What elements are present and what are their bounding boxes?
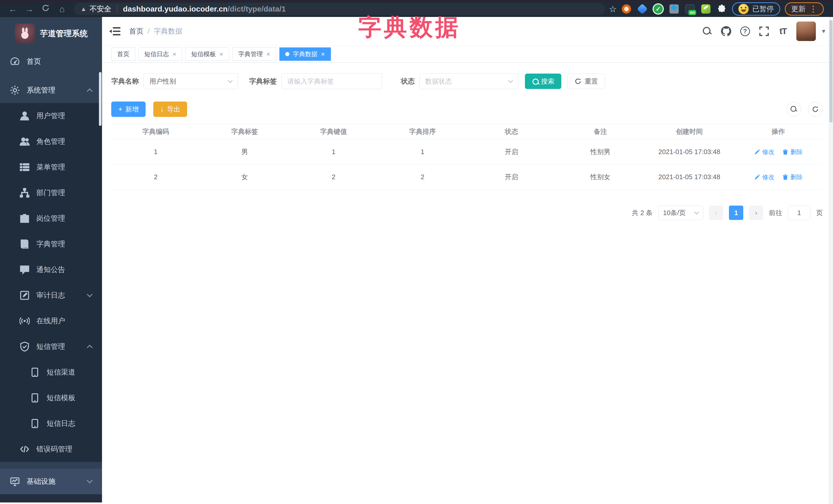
- toggle-search-button[interactable]: [786, 102, 801, 117]
- page-scrollbar[interactable]: [829, 17, 833, 504]
- sidebar-item-dict[interactable]: 字典管理: [0, 231, 102, 257]
- user-avatar[interactable]: [796, 22, 816, 41]
- address-bar[interactable]: ▲ 不安全 dashboard.yudao.iocoder.cn /dict/t…: [74, 3, 605, 15]
- breadcrumb-home[interactable]: 首页: [129, 26, 144, 36]
- prev-page-button[interactable]: ‹: [709, 206, 723, 220]
- browser-menu-icon[interactable]: ⋮: [809, 4, 817, 14]
- extension-blue-gem-icon[interactable]: [638, 4, 647, 14]
- help-icon[interactable]: ?: [739, 26, 751, 37]
- search-icon[interactable]: [701, 26, 713, 37]
- status-select[interactable]: 数据状态: [419, 73, 518, 89]
- dict-name-select[interactable]: 用户性别: [144, 73, 238, 89]
- cell-actions: 修改 删除: [734, 148, 823, 156]
- search-button[interactable]: 搜索: [525, 74, 561, 89]
- bookmark-star-icon[interactable]: ☆: [609, 4, 617, 14]
- browser-home-icon[interactable]: ⌂: [54, 4, 70, 14]
- page-scrollbar-thumb[interactable]: [829, 20, 832, 123]
- extension-switch-icon[interactable]: on: [685, 4, 695, 14]
- sidebar-item-home[interactable]: 首页: [0, 49, 102, 74]
- monitor-chart-icon: [10, 476, 20, 486]
- sidebar: 芋道管理系统 首页 系统管理 用户管: [0, 17, 102, 502]
- code-icon: [20, 444, 30, 454]
- col-header: 操作: [734, 127, 823, 136]
- profile-paused-chip[interactable]: 已暂停: [732, 2, 780, 16]
- extensions-puzzle-icon[interactable]: [717, 4, 727, 14]
- security-warning-label[interactable]: 不安全: [90, 4, 111, 14]
- tag-label: 字典管理: [238, 50, 263, 58]
- extension-orange-ring-icon[interactable]: [622, 4, 631, 14]
- sidebar-item-system[interactable]: 系统管理: [0, 77, 102, 103]
- export-button[interactable]: ↓ 导出: [153, 101, 187, 117]
- tag-dict-data[interactable]: 字典数据 ×: [279, 47, 331, 61]
- org-tree-icon: [20, 188, 30, 198]
- delete-link[interactable]: 删除: [782, 173, 803, 181]
- status-placeholder: 数据状态: [425, 77, 452, 86]
- sidebar-item-label: 错误码管理: [37, 444, 72, 454]
- goto-page-input[interactable]: [788, 206, 810, 220]
- cell-value: 2: [289, 173, 378, 181]
- sidebar-item-audit-log[interactable]: 审计日志: [0, 283, 102, 308]
- fullscreen-icon[interactable]: [758, 26, 770, 37]
- browser-forward-icon[interactable]: →: [21, 4, 38, 14]
- sidebar-item-label: 用户管理: [37, 111, 65, 121]
- sidebar-item-label: 首页: [27, 57, 41, 66]
- tag-sms-template[interactable]: 短信模板 ×: [185, 47, 229, 61]
- add-button[interactable]: + 新增: [111, 101, 146, 117]
- browser-update-chip[interactable]: 更新 ⋮: [785, 2, 824, 16]
- close-icon[interactable]: ×: [321, 51, 325, 57]
- cell-label: 女: [200, 172, 289, 182]
- users-icon: [20, 136, 30, 147]
- cell-value: 1: [289, 148, 378, 156]
- sidebar-item-error-codes[interactable]: 错误码管理: [0, 436, 102, 462]
- cell-status: 开启: [467, 147, 556, 157]
- extension-leaf-icon[interactable]: [701, 4, 711, 14]
- browser-back-icon[interactable]: ←: [5, 4, 21, 14]
- tag-dict-manage[interactable]: 字典管理 ×: [232, 47, 276, 61]
- close-icon[interactable]: ×: [266, 51, 270, 57]
- sidebar-item-notices[interactable]: 通知公告: [0, 257, 102, 283]
- github-icon[interactable]: [720, 26, 732, 37]
- sidebar-item-infrastructure[interactable]: 基础设施: [0, 469, 102, 494]
- sidebar-item-sms[interactable]: 短信管理: [0, 334, 102, 359]
- page-size-select[interactable]: 10条/页: [658, 206, 703, 220]
- sidebar-scrollbar[interactable]: [99, 72, 101, 126]
- security-warning-icon: ▲: [80, 5, 87, 13]
- close-icon[interactable]: ×: [172, 51, 176, 57]
- sidebar-item-users[interactable]: 用户管理: [0, 103, 102, 129]
- sidebar-logo[interactable]: 芋道管理系统: [0, 17, 102, 47]
- dict-tag-input[interactable]: [281, 73, 382, 89]
- refresh-table-button[interactable]: [808, 102, 823, 117]
- font-size-icon[interactable]: tT: [777, 26, 789, 37]
- sidebar-item-label: 字典管理: [37, 239, 65, 249]
- col-header: 字典键值: [289, 127, 378, 136]
- close-icon[interactable]: ×: [219, 51, 223, 57]
- tag-sms-log[interactable]: 短信日志 ×: [138, 47, 182, 61]
- system-submenu: 用户管理 角色管理 菜单管理: [0, 103, 102, 462]
- current-page-button[interactable]: 1: [729, 206, 743, 220]
- sidebar-item-sms-log[interactable]: 短信日志: [0, 411, 102, 436]
- avatar-caret-icon[interactable]: ▾: [822, 27, 825, 35]
- status-label: 状态: [401, 77, 415, 86]
- delete-link[interactable]: 删除: [782, 148, 803, 156]
- refresh-icon: [574, 78, 581, 85]
- edit-link[interactable]: 修改: [754, 173, 775, 181]
- tag-home[interactable]: 首页: [111, 47, 135, 61]
- sidebar-item-menus[interactable]: 菜单管理: [0, 154, 102, 180]
- sidebar-item-departments[interactable]: 部门管理: [0, 180, 102, 206]
- sidebar-item-label: 审计日志: [37, 290, 65, 300]
- edit-link[interactable]: 修改: [754, 148, 775, 156]
- phone-icon: [30, 418, 40, 429]
- sidebar-item-roles[interactable]: 角色管理: [0, 129, 102, 154]
- sidebar-collapse-icon[interactable]: [109, 26, 120, 36]
- sidebar-item-posts[interactable]: 岗位管理: [0, 206, 102, 231]
- table-header-row: 字典编码 字典标签 字典键值 字典排序 状态 备注 创建时间 操作: [111, 124, 823, 140]
- col-header: 字典排序: [378, 127, 467, 136]
- next-page-button[interactable]: ›: [749, 206, 763, 220]
- browser-reload-icon[interactable]: [38, 4, 54, 14]
- sidebar-item-sms-channel[interactable]: 短信渠道: [0, 359, 102, 385]
- extension-green-check-icon[interactable]: ✓: [653, 4, 663, 14]
- reset-button[interactable]: 重置: [568, 74, 605, 89]
- sidebar-item-sms-template[interactable]: 短信模板: [0, 385, 102, 411]
- sidebar-item-online-users[interactable]: 在线用户: [0, 308, 102, 334]
- extension-slides-icon[interactable]: [669, 4, 679, 14]
